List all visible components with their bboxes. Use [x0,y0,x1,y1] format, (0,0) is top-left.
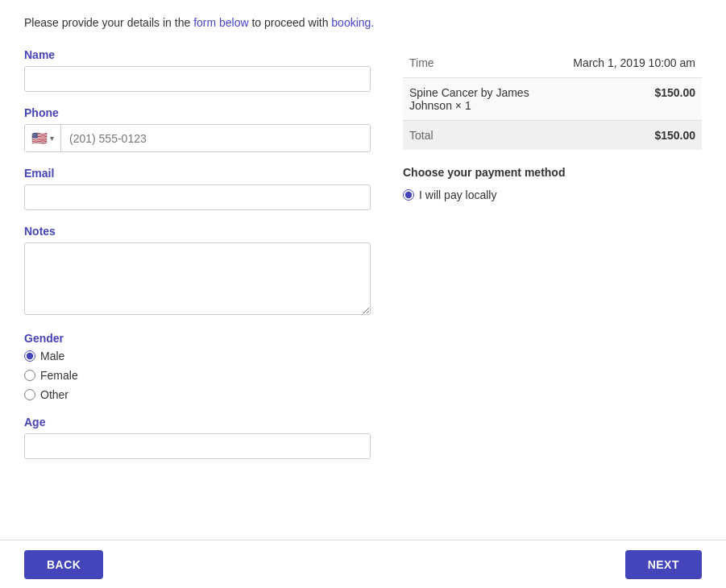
pay-locally-radio[interactable] [403,189,414,201]
gender-male-radio[interactable] [24,350,35,362]
time-value: March 1, 2019 10:00 am [551,48,702,78]
back-button[interactable]: BACK [24,550,103,579]
time-row: Time March 1, 2019 10:00 am [403,48,702,78]
gender-female-option[interactable]: Female [24,369,371,382]
name-label: Name [24,48,371,61]
email-input[interactable] [24,184,371,210]
total-label: Total [403,121,551,151]
email-label: Email [24,167,371,180]
pay-locally-label: I will pay locally [419,188,496,201]
notes-input[interactable] [24,242,371,315]
bottom-bar: BACK NEXT [0,540,726,588]
phone-field: 🇺🇸 ▾ [24,124,371,152]
right-summary-column: Time March 1, 2019 10:00 am Spine Cancer… [403,48,702,459]
age-input[interactable] [24,433,371,459]
total-row: Total $150.00 [403,121,702,151]
notes-label: Notes [24,225,371,238]
booking-by: by James [481,86,529,99]
gender-section: Gender Male Female Other [24,332,371,401]
booking-service: Spine Cancer [409,86,478,99]
flag-icon: 🇺🇸 [31,130,48,146]
intro-text: Please provide your details in the form … [24,16,702,29]
booking-quantity: × 1 [455,99,471,112]
payment-section: Choose your payment method I will pay lo… [403,166,702,201]
name-input[interactable] [24,66,371,92]
age-label: Age [24,416,371,429]
gender-male-option[interactable]: Male [24,350,371,362]
gender-male-label: Male [40,350,64,362]
pay-locally-option[interactable]: I will pay locally [403,188,702,201]
gender-other-radio[interactable] [24,389,35,400]
booking-name: Johnson [409,99,452,112]
gender-female-label: Female [40,369,78,382]
booking-price: $150.00 [551,78,702,121]
gender-other-label: Other [40,388,68,401]
next-button[interactable]: NEXT [625,550,702,579]
time-label: Time [403,48,551,78]
booking-info: Spine Cancer by James Johnson × 1 [403,78,551,121]
gender-label: Gender [24,332,371,345]
phone-label: Phone [24,106,371,119]
payment-title: Choose your payment method [403,166,702,179]
booking-title: Spine Cancer by James [409,86,545,99]
phone-flag-button[interactable]: 🇺🇸 ▾ [25,125,61,151]
phone-input[interactable] [61,126,370,151]
left-form-column: Name Phone 🇺🇸 ▾ Email Notes Gender Male [24,48,371,459]
gender-other-option[interactable]: Other [24,388,371,401]
booking-subtitle: Johnson × 1 [409,99,545,112]
booking-row: Spine Cancer by James Johnson × 1 $150.0… [403,78,702,121]
total-value: $150.00 [551,121,702,151]
summary-table: Time March 1, 2019 10:00 am Spine Cancer… [403,48,702,150]
chevron-down-icon: ▾ [50,134,54,143]
gender-female-radio[interactable] [24,370,35,381]
